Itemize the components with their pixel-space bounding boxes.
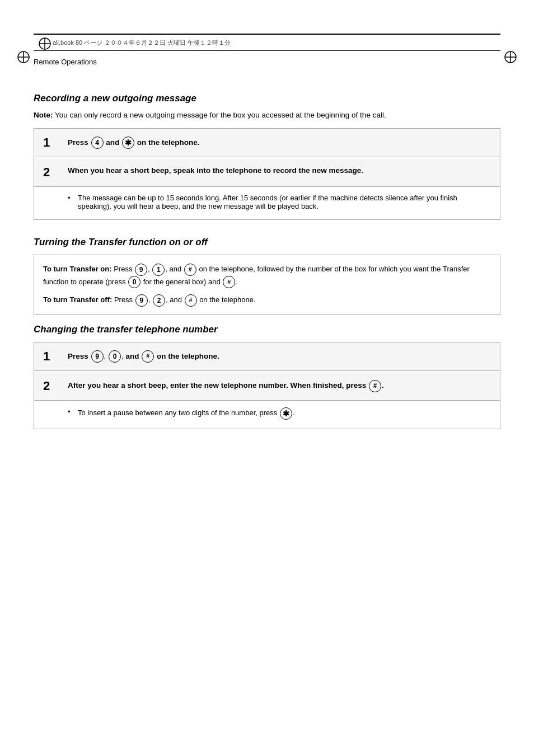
main-content: Recording a new outgoing message Note: Y…: [34, 66, 500, 429]
on-telephone-r1: on the telephone.: [137, 138, 200, 147]
transfer-title: Turning the Transfer function on or off: [34, 237, 500, 248]
step-row-changing-1: 1 Press 9, 0, and # on the telephone.: [34, 342, 500, 370]
page: all.book 80 ページ ２００４年６月２２日 火曜日 午後１２時１分 R…: [0, 34, 534, 756]
reg-mark-top-right: [504, 50, 517, 64]
step-row-changing-2: 2 After you hear a short beep, enter the…: [34, 372, 500, 400]
comma2: ,: [165, 265, 169, 273]
step-number-2c: 2: [43, 380, 60, 392]
transfer-info-box: To turn Transfer on: Press 9, 1, and # o…: [34, 255, 500, 315]
recording-note: Note: You can only record a new outgoing…: [34, 111, 500, 119]
step-content-recording-2: When you hear a short beep, speak into t…: [68, 166, 491, 175]
section-label: Remote Operations: [34, 58, 500, 66]
step-number-1c: 1: [43, 350, 60, 363]
key-hash-off: #: [185, 294, 197, 307]
step-row-recording-1: 1 Press 4 and ✱ on the telephone.: [34, 129, 500, 157]
key-1-on: 1: [152, 264, 165, 276]
header-text: all.book 80 ページ ２００４年６月２２日 火曜日 午後１２時１分: [53, 39, 231, 47]
on-telephone-c1: on the telephone.: [157, 351, 219, 360]
transfer-off-line: To turn Transfer off: Press 9, 2, and # …: [43, 294, 491, 307]
and-label-r1: and: [106, 138, 121, 147]
bullet-changing-2: To insert a pause between any two digits…: [68, 407, 491, 420]
step-number-1: 1: [43, 137, 60, 149]
and-label-c1: and: [126, 351, 142, 360]
changing-title: Changing the transfer telephone number: [34, 324, 500, 335]
header-bar: all.book 80 ページ ２００４年６月２２日 火曜日 午後１２時１分: [34, 34, 500, 51]
key-4: 4: [91, 137, 104, 149]
key-star-r1: ✱: [122, 137, 134, 149]
transfer-off-label: To turn Transfer off:: [43, 295, 112, 304]
key-0-on: 0: [128, 276, 140, 288]
step-detail-recording-2: The message can be up to 15 seconds long…: [34, 186, 500, 219]
key-9-on: 9: [135, 264, 147, 276]
step-row-recording-2: 2 When you hear a short beep, speak into…: [34, 158, 500, 186]
key-2-off: 2: [153, 294, 165, 307]
step-block-recording-1: 1 Press 4 and ✱ on the telephone.: [34, 128, 500, 157]
press-label-c1: Press: [68, 351, 91, 360]
step-block-recording-2: 2 When you hear a short beep, speak into…: [34, 158, 500, 220]
key-hash-c2: #: [369, 380, 381, 392]
step-content-changing-1: Press 9, 0, and # on the telephone.: [68, 350, 491, 363]
press-label-r1: Press: [68, 138, 88, 147]
header-reg-mark: [38, 37, 49, 48]
transfer-on-label: To turn Transfer on:: [43, 265, 112, 273]
note-text: You can only record a new outgoing messa…: [53, 111, 386, 119]
key-9-c1: 9: [91, 350, 104, 363]
transfer-on-line: To turn Transfer on: Press 9, 1, and # o…: [43, 263, 491, 288]
note-label: Note:: [34, 111, 53, 119]
key-star-c2: ✱: [280, 407, 292, 420]
step2-changing-text: After you hear a short beep, enter the n…: [68, 381, 384, 389]
key-hash-on2: #: [223, 276, 235, 288]
recording-title: Recording a new outgoing message: [34, 93, 500, 104]
step-block-changing-1: 1 Press 9, 0, and # on the telephone.: [34, 342, 500, 371]
key-hash-c1: #: [142, 350, 154, 363]
key-hash-on: #: [184, 264, 196, 276]
step2-recording-text: When you hear a short beep, speak into t…: [68, 166, 363, 175]
reg-mark-top-left: [17, 50, 30, 64]
bullet-recording-2: The message can be up to 15 seconds long…: [68, 194, 491, 210]
step-content-recording-1: Press 4 and ✱ on the telephone.: [68, 137, 491, 149]
step-block-changing-2: 2 After you hear a short beep, enter the…: [34, 372, 500, 429]
key-9-off: 9: [135, 294, 148, 307]
key-0-c1: 0: [109, 350, 121, 363]
comma1: ,: [148, 265, 152, 273]
step-content-changing-2: After you hear a short beep, enter the n…: [68, 380, 491, 392]
step-number-2r: 2: [43, 166, 60, 179]
step-detail-changing-2: To insert a pause between any two digits…: [34, 400, 500, 429]
